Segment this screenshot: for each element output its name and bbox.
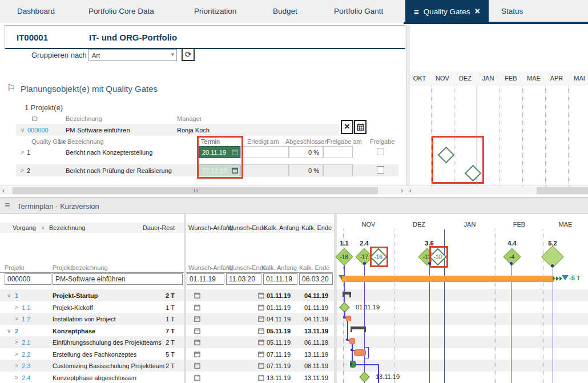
calendar-icon[interactable] [258,304,264,311]
task-id-link[interactable]: 2.4 [22,374,30,381]
panel-divider[interactable] [406,25,410,195]
calendar-icon[interactable] [194,362,200,369]
col-header-wunsch-ende: Wunsch-Ende [227,264,267,271]
date-header-band: Wunsch-Anfang Wunsch-Ende Kalk. Anfang K… [186,223,333,233]
month-gridline [568,86,569,186]
calendar-icon[interactable] [194,351,200,357]
group-by-select[interactable]: Art ▾ [88,49,177,61]
task-kalk-anfang: 13.11.19 [267,374,291,381]
chevron-right-icon[interactable]: > [15,374,18,381]
delete-button[interactable]: × [341,120,353,134]
tab-dashboard[interactable]: Dashboard [17,0,55,23]
chevron-right-icon[interactable]: > [15,316,18,322]
tab-quality-gates[interactable]: ≡ Quality Gates × [405,0,489,23]
add-task-button[interactable]: + [41,224,45,231]
project-row[interactable]: ∨ 000000 PM-Software einführen Ronja Koc… [16,124,339,136]
task-bracket [365,347,369,358]
gate-freigabe-checkbox[interactable] [377,148,384,155]
col-header-wunsch-ende: Wunsch-Ende [227,224,267,231]
task-bar[interactable] [349,338,355,344]
project-wunsch-ende-input[interactable]: 11.03.20 [226,273,261,285]
mini-gantt-horizontal-scrollbar[interactable]: ‹ [406,186,588,195]
tab-prioritization[interactable]: Prioritization [194,0,236,23]
chevron-down-icon[interactable]: ∨ [7,328,11,334]
calendar-icon[interactable] [258,351,264,357]
tab-budget[interactable]: Budget [273,0,297,23]
tab-portfolio-gantt[interactable]: Portfolio Gantt [334,0,383,23]
chevron-down-icon[interactable]: ∨ [21,127,25,133]
calendar-icon [357,123,364,131]
task-row[interactable]: > 2.3 Customizing Basisschulung Projektt… [0,360,333,372]
task-row[interactable]: > 2.2 Erstellung des Fachkonzeptes 5 T 0… [0,348,333,360]
task-id-link[interactable]: 2.3 [22,362,30,369]
calendar-icon[interactable] [194,304,200,311]
task-row[interactable]: > 1.2 Installation von Project 1 T 04.11… [0,313,333,325]
calendar-icon[interactable] [258,374,264,381]
sort-ascending-icon[interactable]: ▲ [61,139,66,144]
project-kalk-anfang-input[interactable]: 01.11.19 [263,273,297,285]
tab-status[interactable]: Status [501,0,523,23]
menu-icon[interactable]: ≡ [5,200,10,211]
task-row[interactable]: > 2.4 Konzeptphase abgeschlossen 13.11.1… [0,372,333,383]
portfolio-title: IT- und ORG-Portfolio [89,33,177,42]
task-id-link[interactable]: 2.1 [22,339,30,346]
task-id-link[interactable]: 1 [15,292,18,299]
summary-bar[interactable] [351,326,366,329]
qg-horizontal-scrollbar[interactable]: ‹ › [0,186,406,195]
chevron-right-icon[interactable]: > [21,149,24,155]
panel-top-border [404,22,588,24]
calendar-button[interactable] [354,120,367,134]
project-kalk-ende-input[interactable]: 06.03.20 [299,273,333,285]
calendar-icon[interactable] [258,339,264,345]
gate-erledigt-field[interactable] [240,146,289,158]
project-id-link[interactable]: 000000 [27,127,49,134]
calendar-icon[interactable] [258,292,264,299]
task-id-link[interactable]: 2.2 [22,351,30,358]
calendar-icon[interactable] [258,362,264,369]
calendar-icon[interactable] [194,328,200,334]
scrollbar-thumb[interactable] [537,187,588,194]
scroll-right-icon[interactable]: › [401,187,403,195]
calendar-icon[interactable] [258,316,264,322]
project-bar[interactable] [342,276,554,282]
chevron-right-icon[interactable]: > [15,362,18,369]
chevron-right-icon[interactable]: > [15,304,18,311]
calendar-icon[interactable] [194,374,200,381]
column-splitter[interactable] [184,214,186,383]
chevron-down-icon[interactable]: ▾ [171,51,174,58]
task-id-link[interactable]: 1.1 [22,304,30,311]
task-row[interactable]: ∨ 1 Projekt-Startup 2 T 01.11.19 04.11.1… [0,289,333,301]
month-label: OKT [408,75,431,82]
task-row[interactable]: > 1.1 Projekt-Kickoff 1 T 01.11.19 01.11… [0,301,333,313]
chevron-right-icon[interactable]: > [21,167,24,174]
scroll-left-icon[interactable]: ‹ [409,187,412,195]
task-row[interactable]: ∨ 2 Konzeptphase 7 T 05.11.19 13.11.19 [0,325,333,337]
gate-freigabe-checkbox[interactable] [377,166,384,174]
task-id-link[interactable]: 1.2 [22,316,30,322]
task-id-link[interactable]: 2 [15,328,18,334]
project-name-input[interactable]: PM-Software einführen [53,273,183,285]
calendar-icon[interactable] [194,292,200,299]
refresh-button[interactable]: ⟳ [182,48,195,61]
scroll-left-icon[interactable]: ‹ [2,187,5,195]
calendar-icon[interactable] [258,328,264,334]
calendar-icon[interactable] [194,316,200,322]
task-row[interactable]: > 2.1 Einführungsschulung des Projekttea… [0,336,333,348]
chevron-down-icon[interactable]: ∨ [7,292,11,299]
col-header-wunsch-anfang: Wunsch-Anfang [188,264,233,271]
close-icon[interactable]: × [475,6,480,17]
connector-dot [363,262,366,265]
calendar-icon[interactable] [194,339,200,345]
tab-portfolio-core-data[interactable]: Portfolio Core Data [88,0,154,23]
gate-erledigt-field[interactable] [240,164,289,176]
task-connector [352,344,353,362]
task-kalk-anfang: 01.11.19 [267,292,291,299]
hamburger-icon[interactable]: ≡ [414,7,419,17]
chevron-right-icon[interactable]: > [15,351,18,357]
scrollbar-thumb[interactable] [13,187,378,194]
project-wunsch-anfang-input[interactable]: 01.11.19 [187,273,224,285]
task-bar[interactable] [346,316,351,321]
project-id-input[interactable]: 000000 [5,273,51,285]
task-bar[interactable] [354,349,366,356]
chevron-right-icon[interactable]: > [15,339,18,345]
